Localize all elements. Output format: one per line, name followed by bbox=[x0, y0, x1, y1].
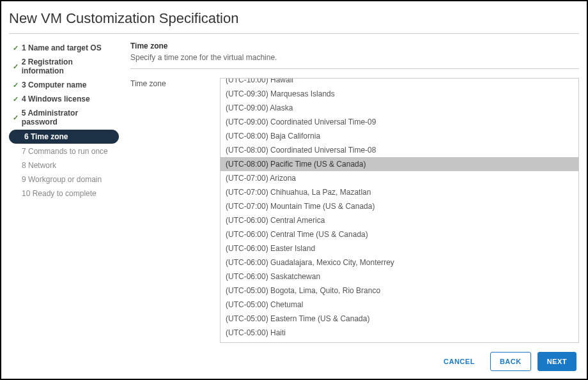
wizard-step[interactable]: ✓4 Windows license bbox=[9, 93, 119, 105]
timezone-option[interactable]: (UTC-09:30) Marquesas Islands bbox=[220, 87, 578, 101]
wizard-step-label: 5 Administrator password bbox=[22, 109, 115, 126]
wizard-step-label: 2 Registration information bbox=[22, 57, 115, 75]
wizard-step[interactable]: ✓1 Name and target OS bbox=[9, 42, 119, 54]
wizard-step[interactable]: ✓9 Workgroup or domain bbox=[9, 173, 119, 186]
wizard-step-label: 7 Commands to run once bbox=[22, 147, 108, 156]
wizard-step[interactable]: ✓3 Computer name bbox=[9, 79, 119, 91]
timezone-option[interactable]: (UTC-06:00) Central Time (US & Canada) bbox=[220, 227, 578, 241]
dialog-footer: CANCEL BACK NEXT bbox=[9, 343, 579, 372]
timezone-listbox[interactable]: (UTC-10:00) Hawaii(UTC-09:30) Marquesas … bbox=[220, 79, 578, 342]
timezone-option[interactable]: (UTC-05:00) Chetumal bbox=[220, 298, 578, 312]
check-icon: ✓ bbox=[13, 95, 22, 103]
section-description: Specify a time zone for the virtual mach… bbox=[130, 53, 579, 62]
timezone-option[interactable]: (UTC-08:00) Coordinated Universal Time-0… bbox=[220, 143, 578, 157]
timezone-option[interactable]: (UTC-10:00) Hawaii bbox=[220, 79, 578, 87]
wizard-dialog: New VM Customization Specification ✓1 Na… bbox=[0, 0, 588, 380]
dialog-title: New VM Customization Specification bbox=[9, 8, 579, 34]
timezone-option[interactable]: (UTC-05:00) Eastern Time (US & Canada) bbox=[220, 312, 578, 326]
check-icon: ✓ bbox=[13, 44, 22, 52]
wizard-step-label: 10 Ready to complete bbox=[22, 189, 97, 198]
wizard-step[interactable]: ✓6 Time zone bbox=[9, 130, 119, 144]
timezone-option[interactable]: (UTC-05:00) Haiti bbox=[220, 326, 578, 340]
timezone-option[interactable]: (UTC-07:00) Arizona bbox=[220, 171, 578, 185]
next-button[interactable]: NEXT bbox=[538, 352, 576, 371]
wizard-step-label: 8 Network bbox=[22, 161, 56, 170]
timezone-option[interactable]: (UTC-06:00) Central America bbox=[220, 213, 578, 227]
wizard-step-label: 3 Computer name bbox=[22, 80, 86, 89]
back-button[interactable]: BACK bbox=[490, 352, 531, 371]
wizard-step[interactable]: ✓7 Commands to run once bbox=[9, 145, 119, 158]
timezone-option[interactable]: (UTC-07:00) Chihuahua, La Paz, Mazatlan bbox=[220, 185, 578, 199]
timezone-option[interactable]: (UTC-08:00) Baja California bbox=[220, 129, 578, 143]
wizard-step[interactable]: ✓8 Network bbox=[9, 159, 119, 172]
section-header: Time zone Specify a time zone for the vi… bbox=[130, 42, 579, 69]
timezone-listbox-container: (UTC-10:00) Hawaii(UTC-09:30) Marquesas … bbox=[220, 78, 579, 343]
timezone-option[interactable]: (UTC-06:00) Easter Island bbox=[220, 241, 578, 255]
wizard-step-label: 6 Time zone bbox=[24, 132, 68, 141]
timezone-option[interactable]: (UTC-07:00) Mountain Time (US & Canada) bbox=[220, 199, 578, 213]
timezone-option[interactable]: (UTC-09:00) Coordinated Universal Time-0… bbox=[220, 115, 578, 129]
check-icon: ✓ bbox=[13, 81, 22, 89]
timezone-option[interactable]: (UTC-06:00) Saskatchewan bbox=[220, 270, 578, 284]
wizard-step[interactable]: ✓5 Administrator password bbox=[9, 107, 119, 128]
check-icon: ✓ bbox=[13, 114, 22, 122]
dialog-body: ✓1 Name and target OS✓2 Registration inf… bbox=[9, 34, 579, 343]
timezone-option[interactable]: (UTC-06:00) Guadalajara, Mexico City, Mo… bbox=[220, 255, 578, 270]
timezone-form-row: Time zone (UTC-10:00) Hawaii(UTC-09:30) … bbox=[130, 78, 579, 343]
wizard-step-label: 4 Windows license bbox=[22, 95, 90, 103]
timezone-option[interactable]: (UTC-08:00) Pacific Time (US & Canada) bbox=[220, 157, 578, 171]
timezone-option[interactable]: (UTC-05:00) Bogota, Lima, Quito, Rio Bra… bbox=[220, 284, 578, 298]
wizard-content: Time zone Specify a time zone for the vi… bbox=[124, 42, 579, 343]
timezone-field-label: Time zone bbox=[130, 78, 220, 343]
cancel-button[interactable]: CANCEL bbox=[435, 353, 484, 370]
check-icon: ✓ bbox=[13, 63, 22, 71]
wizard-step-label: 9 Workgroup or domain bbox=[22, 175, 102, 184]
timezone-option[interactable]: (UTC-09:00) Alaska bbox=[220, 101, 578, 115]
wizard-step-label: 1 Name and target OS bbox=[22, 43, 102, 52]
wizard-steps-sidebar: ✓1 Name and target OS✓2 Registration inf… bbox=[9, 42, 124, 343]
wizard-step[interactable]: ✓2 Registration information bbox=[9, 56, 119, 77]
section-title: Time zone bbox=[130, 42, 579, 50]
wizard-step[interactable]: ✓10 Ready to complete bbox=[9, 187, 119, 200]
timezone-option[interactable]: (UTC-05:00) Havana bbox=[220, 340, 578, 342]
